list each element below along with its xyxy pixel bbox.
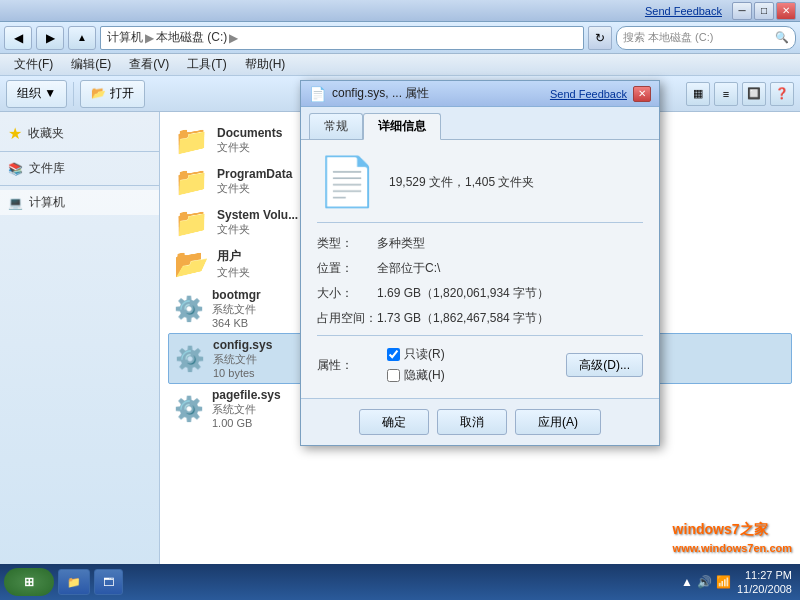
file-type: 文件夹 — [217, 181, 292, 196]
search-placeholder: 搜索 本地磁盘 (C:) — [623, 30, 775, 45]
system-clock: 11:27 PM 11/20/2008 — [737, 568, 792, 597]
title-bar-buttons: ─ □ ✕ — [732, 2, 796, 20]
menu-file[interactable]: 文件(F) — [6, 54, 61, 75]
file-name: config.sys — [213, 338, 272, 352]
address-box[interactable]: 计算机 ▶ 本地磁盘 (C:) ▶ — [100, 26, 584, 50]
star-icon: ★ — [8, 124, 22, 143]
open-button[interactable]: 📂 打开 — [80, 80, 144, 108]
tray-icon-1: ▲ — [681, 575, 693, 589]
readonly-checkbox-item: 只读(R) — [387, 346, 445, 363]
up-button[interactable]: ▲ — [68, 26, 96, 50]
sidebar-item-library[interactable]: 📚 文件库 — [0, 156, 159, 181]
library-icon: 📚 — [8, 162, 23, 176]
search-icon[interactable]: 🔍 — [775, 31, 789, 44]
minimize-button[interactable]: ─ — [732, 2, 752, 20]
task-explorer-button[interactable]: 📁 — [58, 569, 90, 595]
path-sep1: ▶ — [145, 31, 154, 45]
dialog-feedback-link[interactable]: Send Feedback — [550, 88, 627, 100]
search-box[interactable]: 搜索 本地磁盘 (C:) 🔍 — [616, 26, 796, 50]
file-name: ProgramData — [217, 167, 292, 181]
view-list-button[interactable]: ≡ — [714, 82, 738, 106]
organize-button[interactable]: 组织 ▼ — [6, 80, 67, 108]
back-button[interactable]: ◀ — [4, 26, 32, 50]
readonly-checkbox[interactable] — [387, 348, 400, 361]
folder-icon: 📁 — [174, 165, 209, 198]
dialog-tabs: 常规 详细信息 — [301, 107, 659, 140]
advanced-button[interactable]: 高级(D)... — [566, 353, 643, 377]
readonly-label: 只读(R) — [404, 346, 445, 363]
dialog-row-location: 位置： 全部位于C:\ — [317, 260, 643, 277]
help-icon-button[interactable]: ❓ — [770, 82, 794, 106]
dialog-value-size-disk: 1.73 GB（1,862,467,584 字节） — [377, 310, 549, 327]
hidden-checkbox[interactable] — [387, 369, 400, 382]
system-file-icon: ⚙️ — [174, 295, 204, 323]
toolbar-separator — [73, 82, 74, 106]
file-name: bootmgr — [212, 288, 261, 302]
title-feedback-link[interactable]: Send Feedback — [645, 5, 722, 17]
file-name: System Volu... — [217, 208, 298, 222]
hidden-label: 隐藏(H) — [404, 367, 445, 384]
view-details-button[interactable]: ▦ — [686, 82, 710, 106]
path-sep2: ▶ — [229, 31, 238, 45]
dialog-file-count: 19,529 文件，1,405 文件夹 — [389, 174, 534, 191]
dialog-value-location: 全部位于C:\ — [377, 260, 440, 277]
dialog-label-size-disk: 占用空间： — [317, 310, 377, 327]
dialog-body: 📄 19,529 文件，1,405 文件夹 类型： 多种类型 位置： 全部位于C… — [301, 140, 659, 398]
ok-button[interactable]: 确定 — [359, 409, 429, 435]
clock-date: 11/20/2008 — [737, 582, 792, 596]
file-name: pagefile.sys — [212, 388, 281, 402]
window-close-button[interactable]: ✕ — [776, 2, 796, 20]
title-bar: Send Feedback ─ □ ✕ — [0, 0, 800, 22]
dialog-label-location: 位置： — [317, 260, 377, 277]
hidden-checkbox-item: 隐藏(H) — [387, 367, 445, 384]
refresh-button[interactable]: ↻ — [588, 26, 612, 50]
file-size: 1.00 GB — [212, 417, 281, 429]
sidebar-computer-label: 计算机 — [29, 194, 65, 211]
tab-general[interactable]: 常规 — [309, 113, 363, 139]
folder-icon: 📁 — [174, 124, 209, 157]
computer-icon: 💻 — [8, 196, 23, 210]
folder-icon: 📁 — [174, 206, 209, 239]
tab-details[interactable]: 详细信息 — [363, 113, 441, 140]
tray-volume-icon: 📶 — [716, 575, 731, 589]
dialog-divider — [317, 335, 643, 336]
dialog-row-type: 类型： 多种类型 — [317, 235, 643, 252]
sidebar-library-label: 文件库 — [29, 160, 65, 177]
apply-button[interactable]: 应用(A) — [515, 409, 601, 435]
dialog-multi-file-icon: 📄 — [317, 154, 377, 210]
menu-edit[interactable]: 编辑(E) — [63, 54, 119, 75]
cancel-button[interactable]: 取消 — [437, 409, 507, 435]
sidebar-divider-1 — [0, 151, 159, 152]
file-name: 用户 — [217, 248, 250, 265]
dialog-icon-row: 📄 19,529 文件，1,405 文件夹 — [317, 154, 643, 223]
properties-dialog: 📄 config.sys, ... 属性 Send Feedback ✕ 常规 … — [300, 80, 660, 446]
sidebar-item-favorites[interactable]: ★ 收藏夹 — [0, 120, 159, 147]
file-size: 364 KB — [212, 317, 261, 329]
task-explorer-icon: 📁 — [67, 576, 81, 589]
system-tray: ▲ 🔊 📶 — [681, 575, 731, 589]
menu-help[interactable]: 帮助(H) — [237, 54, 294, 75]
dialog-close-button[interactable]: ✕ — [633, 86, 651, 102]
dialog-attr-label: 属性： — [317, 357, 377, 374]
forward-button[interactable]: ▶ — [36, 26, 64, 50]
file-type: 系统文件 — [213, 352, 272, 367]
menu-tools[interactable]: 工具(T) — [179, 54, 234, 75]
sidebar-favorites-label: 收藏夹 — [28, 125, 64, 142]
system-file-icon: ⚙️ — [175, 345, 205, 373]
dialog-title-bar: 📄 config.sys, ... 属性 Send Feedback ✕ — [301, 81, 659, 107]
sidebar-divider-2 — [0, 185, 159, 186]
menu-bar: 文件(F) 编辑(E) 查看(V) 工具(T) 帮助(H) — [0, 54, 800, 76]
dialog-value-size: 1.69 GB（1,820,061,934 字节） — [377, 285, 549, 302]
task-btn-2[interactable]: 🗔 — [94, 569, 123, 595]
system-file-icon: ⚙️ — [174, 395, 204, 423]
path-local-disk: 本地磁盘 (C:) — [156, 29, 227, 46]
file-type: 文件夹 — [217, 222, 298, 237]
sidebar-item-computer[interactable]: 💻 计算机 — [0, 190, 159, 215]
start-button[interactable]: ⊞ — [4, 568, 54, 596]
view-preview-button[interactable]: 🔲 — [742, 82, 766, 106]
dialog-row-size: 大小： 1.69 GB（1,820,061,934 字节） — [317, 285, 643, 302]
clock-time: 11:27 PM — [737, 568, 792, 582]
tray-network-icon: 🔊 — [697, 575, 712, 589]
maximize-button[interactable]: □ — [754, 2, 774, 20]
menu-view[interactable]: 查看(V) — [121, 54, 177, 75]
